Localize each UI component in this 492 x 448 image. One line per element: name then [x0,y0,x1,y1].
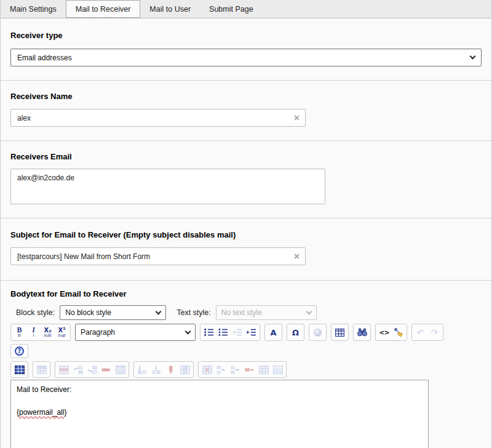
receivers-email-textarea[interactable]: alex@in2code.de [10,169,325,204]
find-replace-button[interactable] [355,325,369,340]
merge-cells-icon [259,366,269,374]
table-borders-icon [15,366,25,374]
insert-cell-before-icon [216,366,226,374]
row-operations-group [55,361,129,378]
text-color-button[interactable]: A [266,325,280,340]
tab-submit-page[interactable]: Submit Page [200,0,263,18]
tab-main-settings[interactable]: Main Settings [1,0,66,18]
column-properties-button [178,362,192,377]
insert-image-button [311,325,325,340]
chevron-down-icon [156,308,162,314]
help-button[interactable]: ? [12,345,26,357]
italic-button[interactable]: I i [26,325,41,340]
rte-editor-area[interactable]: Mail to Receiver: {powermail_all} [10,380,429,448]
insert-column-after-icon [152,366,162,374]
table-properties-icon [37,366,47,374]
ordered-list-icon [204,328,214,337]
insert-column-after-button [149,362,164,377]
receivers-name-label: Receivers Name [10,92,482,101]
merge-cells-button [256,362,271,377]
tab-mail-to-receiver[interactable]: Mail to Receiver [66,0,141,18]
row-properties-button [57,362,71,377]
special-character-button[interactable]: Ω [288,325,303,340]
form-page: Main Settings Mail to Receiver Mail to U… [0,0,492,448]
text-color-group: A [264,324,282,341]
insert-table-button[interactable] [333,325,347,340]
table-properties-group [33,361,50,378]
italic-icon-sub: i [33,334,34,338]
unordered-list-icon [218,328,228,337]
paragraph-format-select[interactable]: Paragraph [75,324,196,341]
text-style-label: Text style: [177,308,211,317]
ordered-list-button[interactable] [202,325,216,340]
block-style-label: Block style: [16,308,55,317]
special-character-group: Ω [287,324,304,341]
source-clean-group: <> [375,324,407,341]
receivers-email-value: alex@in2code.de [17,174,74,182]
tab-mail-to-user[interactable]: Mail to User [140,0,200,18]
text-style-select: No text style [216,305,317,320]
broom-icon [394,328,403,337]
block-style-select[interactable]: No block style [60,305,166,320]
subscript-button[interactable]: X₂ sub [41,325,55,340]
cell-properties-icon [202,366,212,374]
clear-icon[interactable]: × [294,113,300,122]
outdent-button [230,325,244,340]
subject-label: Subject for Email to Receiver (Empty sub… [10,230,482,239]
toggle-borders-button[interactable] [12,362,26,377]
superscript-button[interactable]: X² sup [55,325,69,340]
delete-cell-button [242,362,256,377]
undo-icon: ↶ [417,328,424,337]
delete-row-button [99,362,113,377]
receiver-type-label: Receiver type [10,31,482,40]
split-cell-button [271,362,285,377]
section-bodytext: Bodytext for Email to Receiver Block sty… [1,281,491,448]
receiver-type-select[interactable]: Email addresses [10,49,482,66]
subscript-icon: X₂ [44,327,51,334]
split-row-icon [116,366,125,374]
clean-word-button[interactable] [391,325,405,340]
subscript-icon-sub: sub [44,334,52,338]
indent-button[interactable] [244,325,258,340]
paragraph-format-value: Paragraph [81,328,115,337]
column-properties-icon [180,366,190,374]
delete-row-icon [101,366,111,374]
powermail-marker: powermail_all [19,408,64,417]
rte-toolbar-row-2 [10,361,482,378]
subject-input[interactable]: [testparcours] New Mail from Short Form … [10,247,306,265]
column-operations-group [133,361,194,378]
chevron-down-icon [306,308,312,314]
cell-properties-button [200,362,214,377]
block-style-value: No block style [65,308,111,317]
chevron-down-icon [470,54,476,60]
rte-help-row: ? [10,344,482,358]
delete-cell-icon [245,366,255,374]
help-icon: ? [15,346,24,356]
clear-icon[interactable]: × [294,251,300,261]
redo-button: ↷ [427,325,442,340]
unordered-list-button[interactable] [216,325,230,340]
redo-icon: ↷ [431,328,438,337]
bold-icon-sub: b [18,334,20,338]
insert-cell-after-icon [231,366,240,374]
format-group: B b I i X₂ sub X² sup [10,324,71,341]
editor-line-blank [17,396,423,407]
editor-line-2: {powermail_all} [17,407,423,418]
receivers-name-input[interactable]: alex × [10,109,306,127]
special-character-icon: Ω [292,328,299,337]
toggle-borders-group [10,361,28,378]
table-group [331,324,349,341]
list-group [200,324,260,341]
source-view-button[interactable]: <> [377,325,391,340]
section-receivers-name: Receivers Name alex × [1,81,491,141]
editor-line-1: Mail to Receiver: [17,384,423,396]
delete-column-icon [166,366,176,374]
split-row-button [113,362,127,377]
bold-button[interactable]: B b [12,325,26,340]
insert-row-after-button [85,362,99,377]
section-receivers-email: Receivers Email alex@in2code.de [1,141,491,218]
delete-column-button [164,362,178,377]
text-color-icon: A [270,328,276,337]
insert-column-before-icon [138,366,148,374]
outdent-icon [232,328,242,337]
